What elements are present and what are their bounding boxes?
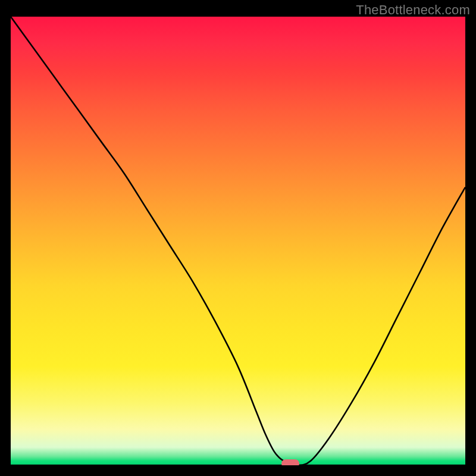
curve-path — [11, 17, 465, 465]
optimum-marker — [281, 459, 299, 465]
watermark-text: TheBottleneck.com — [356, 2, 470, 18]
plot-area — [11, 17, 465, 465]
bottleneck-curve — [11, 17, 465, 465]
chart-frame: TheBottleneck.com — [0, 0, 476, 476]
